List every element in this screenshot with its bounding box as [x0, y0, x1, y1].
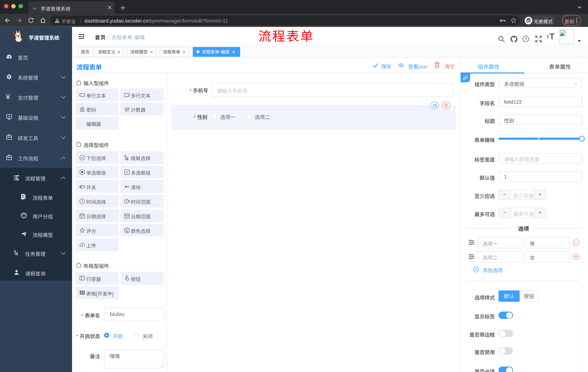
- svg-text:123: 123: [125, 107, 129, 110]
- svg-text:?: ?: [525, 37, 527, 41]
